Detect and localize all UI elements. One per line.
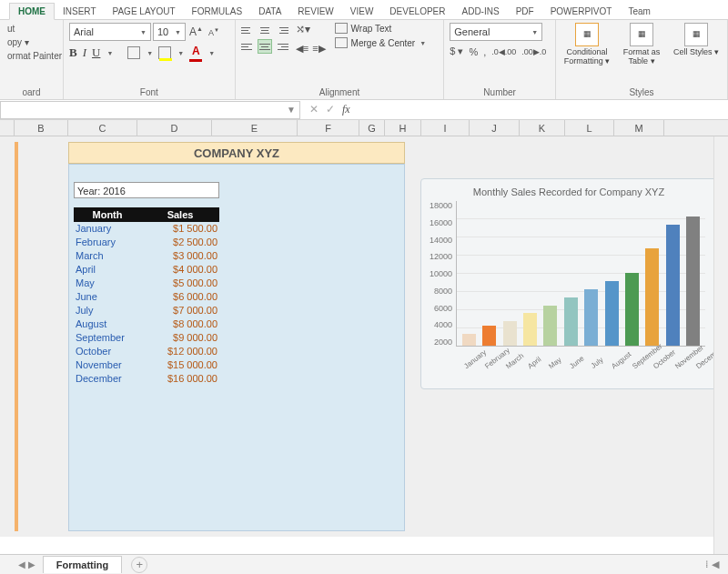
- tab-add-ins[interactable]: ADD-INS: [454, 4, 508, 19]
- column-header-E[interactable]: E: [212, 120, 298, 136]
- column-header-B[interactable]: B: [15, 120, 68, 136]
- tab-review[interactable]: REVIEW: [289, 4, 341, 19]
- worksheet-area[interactable]: COMPANY XYZ Year: 2016 Month Sales Janua…: [0, 136, 728, 537]
- column-header-K[interactable]: K: [520, 120, 565, 136]
- grow-font-button[interactable]: A▲: [187, 25, 205, 38]
- column-header-G[interactable]: G: [359, 120, 385, 136]
- chart-bar[interactable]: [605, 281, 619, 346]
- underline-button[interactable]: U: [92, 45, 100, 60]
- chart-bar[interactable]: [482, 326, 496, 346]
- table-row[interactable]: April$4 000.00: [74, 263, 219, 277]
- shrink-font-button[interactable]: A▼: [207, 27, 221, 37]
- cut-button[interactable]: ut: [5, 23, 64, 35]
- column-header-J[interactable]: J: [470, 120, 520, 136]
- alignment-buttons[interactable]: [241, 23, 288, 54]
- chart-bar[interactable]: [686, 217, 700, 346]
- enter-formula-icon[interactable]: ✓: [326, 103, 335, 116]
- tab-insert[interactable]: INSERT: [55, 4, 105, 19]
- chart-bar[interactable]: [462, 334, 476, 346]
- tab-powerpivot[interactable]: POWERPIVOT: [542, 4, 621, 19]
- column-header-D[interactable]: D: [137, 120, 212, 136]
- tab-developer[interactable]: DEVELOPER: [381, 4, 453, 19]
- column-header-F[interactable]: F: [298, 120, 359, 136]
- font-name-select[interactable]: Arial▼: [69, 23, 151, 41]
- tab-home[interactable]: HOME: [9, 3, 55, 20]
- table-row[interactable]: February$2 500.00: [74, 236, 219, 249]
- alignment-group-label: Alignment: [241, 87, 439, 99]
- conditional-formatting-button[interactable]: ▦ Conditional Formatting ▾: [561, 23, 612, 66]
- chart-x-label: February: [483, 356, 499, 370]
- italic-button[interactable]: I: [83, 45, 86, 60]
- tab-pdf[interactable]: PDF: [508, 4, 542, 19]
- decrease-decimal-button[interactable]: .00▶.0: [521, 47, 546, 56]
- tab-scroll-icon[interactable]: ⁞ ◀: [705, 559, 728, 570]
- fill-color-button[interactable]: [158, 46, 171, 59]
- accounting-format-button[interactable]: $ ▾: [450, 45, 463, 57]
- sheet-tab-bar: ◀ ▶ Formatting + ⁞ ◀: [0, 554, 728, 574]
- merge-center-button[interactable]: Merge & Center ▼: [335, 37, 427, 48]
- column-headers[interactable]: BCDEFGHIJKLM: [0, 120, 728, 136]
- sales-chart[interactable]: Monthly Sales Recorded for Company XYZ 1…: [420, 178, 717, 389]
- vertical-scrollbar[interactable]: [713, 136, 728, 554]
- orientation-button[interactable]: ⤭▾: [296, 23, 326, 35]
- bold-button[interactable]: B: [69, 45, 77, 60]
- chart-bar[interactable]: [584, 289, 598, 346]
- fx-icon[interactable]: fx: [342, 103, 350, 116]
- column-header-I[interactable]: I: [421, 120, 470, 136]
- tab-team[interactable]: Team: [620, 4, 658, 19]
- sheet-tab-formatting[interactable]: Formatting: [43, 556, 122, 573]
- ribbon: ut opy ▾ ormat Painter oard Arial▼ 10▼ A…: [0, 20, 728, 100]
- column-header-C[interactable]: C: [68, 120, 137, 136]
- chart-bar[interactable]: [503, 321, 517, 346]
- chart-title: Monthly Sales Recorded for Company XYZ: [421, 179, 716, 201]
- percent-format-button[interactable]: %: [469, 46, 478, 57]
- table-row[interactable]: January$1 500.00: [74, 222, 219, 236]
- increase-decimal-button[interactable]: .0◀.00: [491, 47, 516, 56]
- table-row[interactable]: October$12 000.00: [74, 345, 219, 358]
- table-row[interactable]: December$16 000.00: [74, 372, 219, 386]
- format-as-table-button[interactable]: ▦ Format as Table ▾: [616, 23, 667, 66]
- name-box[interactable]: ▼: [0, 101, 300, 119]
- border-button[interactable]: [127, 46, 140, 59]
- chart-bar[interactable]: [543, 306, 557, 346]
- chart-x-label: August: [610, 356, 625, 370]
- table-row[interactable]: May$5 000.00: [74, 277, 219, 290]
- chart-bar[interactable]: [625, 273, 639, 346]
- styles-group-label: Styles: [561, 87, 722, 99]
- tab-nav-icon[interactable]: ◀ ▶: [18, 559, 35, 569]
- chart-bar[interactable]: [523, 313, 537, 346]
- number-format-select[interactable]: General▼: [450, 23, 542, 41]
- copy-button[interactable]: opy ▾: [5, 36, 64, 48]
- cell-styles-button[interactable]: ▦ Cell Styles ▾: [671, 23, 722, 66]
- comma-format-button[interactable]: ,: [483, 46, 486, 57]
- tab-formulas[interactable]: FORMULAS: [184, 4, 251, 19]
- chart-y-axis: 1800016000140001200010000800060004000200…: [425, 201, 452, 347]
- table-row[interactable]: July$7 000.00: [74, 304, 219, 317]
- column-header-H[interactable]: H: [385, 120, 421, 136]
- year-cell[interactable]: Year: 2016: [74, 182, 219, 198]
- wrap-text-button[interactable]: Wrap Text: [335, 23, 427, 34]
- table-row[interactable]: June$6 000.00: [74, 290, 219, 304]
- tab-page-layout[interactable]: PAGE LAYOUT: [105, 4, 184, 19]
- column-header-L[interactable]: L: [565, 120, 614, 136]
- table-row[interactable]: August$8 000.00: [74, 317, 219, 331]
- company-title-cell[interactable]: COMPANY XYZ: [68, 142, 405, 164]
- cancel-formula-icon[interactable]: ✕: [309, 103, 318, 116]
- format-painter-button[interactable]: ormat Painter: [5, 50, 64, 62]
- decrease-indent-button[interactable]: ◀≡: [296, 43, 308, 55]
- table-row[interactable]: March$3 000.00: [74, 249, 219, 263]
- table-row[interactable]: September$9 000.00: [74, 331, 219, 345]
- tab-data[interactable]: DATA: [250, 4, 289, 19]
- font-size-select[interactable]: 10▼: [153, 23, 186, 41]
- increase-indent-button[interactable]: ≡▶: [312, 43, 325, 55]
- chart-bar[interactable]: [564, 297, 578, 346]
- chart-bar[interactable]: [645, 248, 659, 346]
- font-color-button[interactable]: A: [189, 46, 202, 59]
- chart-bar[interactable]: [666, 225, 680, 346]
- table-row[interactable]: November$15 000.00: [74, 358, 219, 372]
- cell-styles-icon: ▦: [684, 23, 708, 46]
- add-sheet-button[interactable]: +: [131, 557, 147, 573]
- column-header-M[interactable]: M: [614, 120, 664, 136]
- tab-view[interactable]: VIEW: [342, 4, 382, 19]
- chart-x-label: December: [694, 356, 710, 370]
